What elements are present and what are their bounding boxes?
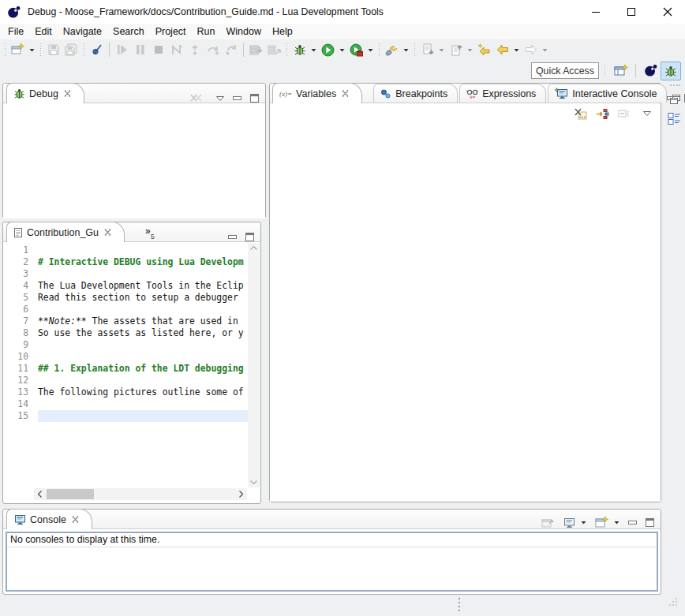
menu-edit[interactable]: Edit <box>29 24 58 39</box>
menu-help[interactable]: Help <box>267 24 298 39</box>
skip-all-breakpoints-button[interactable] <box>88 40 106 59</box>
save-button[interactable] <box>44 40 62 59</box>
show-logical-structures-button[interactable] <box>596 108 609 120</box>
open-perspective-button[interactable] <box>611 62 631 80</box>
resume-button[interactable] <box>113 40 131 59</box>
console-maximize-button[interactable] <box>646 518 654 527</box>
close-button[interactable] <box>649 0 685 24</box>
tab-debug[interactable]: Debug <box>6 83 84 103</box>
tab-console-close-icon[interactable] <box>72 516 79 523</box>
toolbar-separator <box>39 43 42 57</box>
restore-views-button[interactable] <box>669 94 681 105</box>
menu-project[interactable]: Project <box>150 24 192 39</box>
variables-view-content[interactable] <box>270 124 661 502</box>
perspective-drag-handle[interactable] <box>604 64 606 78</box>
back-button[interactable] <box>493 40 511 59</box>
previous-annotation-dropdown[interactable] <box>465 40 475 59</box>
remove-all-terminated-button[interactable] <box>190 94 202 103</box>
display-console-dropdown[interactable] <box>581 521 586 525</box>
back-dropdown[interactable] <box>511 40 522 59</box>
editor-horizontal-scrollbar[interactable] <box>34 488 247 500</box>
debug-perspective-button[interactable] <box>661 62 681 80</box>
status-drag-handle[interactable] <box>459 598 460 611</box>
maximize-button[interactable] <box>614 0 649 24</box>
new-wizard-button[interactable] <box>9 40 27 59</box>
forward-button[interactable] <box>522 40 540 59</box>
show-type-names-button[interactable] <box>574 108 587 120</box>
open-console-dropdown[interactable] <box>614 521 619 525</box>
open-console-button[interactable] <box>595 517 608 528</box>
editor-content[interactable]: 12# Interactive DEBUG using Lua Developm… <box>4 243 248 487</box>
scroll-up-arrow[interactable] <box>248 243 260 253</box>
menu-run[interactable]: Run <box>192 24 221 39</box>
terminate-button[interactable] <box>149 40 167 59</box>
debug-button[interactable] <box>290 40 309 59</box>
menu-navigate[interactable]: Navigate <box>58 24 107 39</box>
use-step-filters-button[interactable] <box>265 40 283 59</box>
editor-line: 14 <box>4 398 248 410</box>
save-all-button[interactable] <box>62 40 80 59</box>
pin-console-button[interactable] <box>541 517 554 528</box>
tab-interactive-console[interactable]: Interactive Console <box>548 84 667 103</box>
toolbar-separator <box>109 43 110 57</box>
editor-vertical-scrollbar[interactable] <box>248 243 260 487</box>
tab-debug-close-icon[interactable] <box>64 90 71 97</box>
side-strip-handle[interactable] <box>669 84 680 87</box>
debug-view-tabrow: Debug <box>3 84 265 103</box>
suspend-button[interactable] <box>131 40 149 59</box>
view-list-button[interactable] <box>668 112 682 125</box>
run-button[interactable] <box>319 40 337 59</box>
external-tools-dropdown[interactable] <box>365 40 376 59</box>
step-over-button[interactable] <box>204 40 222 59</box>
quick-access-input[interactable] <box>531 62 599 79</box>
minimize-button[interactable] <box>578 0 614 24</box>
breakpoints-icon <box>380 88 391 99</box>
perspective-separator <box>635 64 636 78</box>
scroll-left-arrow[interactable] <box>34 489 46 499</box>
collapse-all-button[interactable] <box>618 108 630 119</box>
drop-to-frame-button[interactable] <box>247 40 265 59</box>
search-dropdown[interactable] <box>401 40 411 59</box>
variables-view-menu-button[interactable] <box>643 111 651 116</box>
editor-hscroll-thumb[interactable] <box>47 489 94 499</box>
search-button[interactable] <box>383 40 401 59</box>
hidden-editors-chevron[interactable]: »5 <box>145 226 155 238</box>
tab-breakpoints[interactable]: Breakpoints <box>373 84 458 103</box>
next-annotation-button[interactable] <box>418 40 436 59</box>
menu-file[interactable]: File <box>2 24 29 39</box>
debug-view-menu-button[interactable] <box>216 96 224 101</box>
debug-view-maximize-button[interactable] <box>250 94 259 103</box>
new-wizard-dropdown[interactable] <box>27 40 37 59</box>
previous-annotation-button[interactable] <box>447 40 465 59</box>
last-edit-location-button[interactable] <box>475 40 493 59</box>
editor-maximize-button[interactable] <box>245 233 254 241</box>
console-view: Console <box>2 509 661 595</box>
step-into-button[interactable] <box>185 40 204 59</box>
scroll-right-arrow[interactable] <box>235 489 247 499</box>
console-content[interactable]: No consoles to display at this time. <box>6 532 658 592</box>
disconnect-button[interactable] <box>167 40 185 59</box>
scroll-down-arrow[interactable] <box>248 477 260 487</box>
tab-expressions[interactable]: x= Expressions <box>459 84 546 103</box>
debug-view-minimize-button[interactable] <box>233 96 241 101</box>
tab-editor-close-icon[interactable] <box>104 229 111 236</box>
step-return-button[interactable] <box>222 40 240 59</box>
next-annotation-dropdown[interactable] <box>436 40 447 59</box>
debug-view-content[interactable] <box>3 103 265 218</box>
console-minimize-button[interactable] <box>628 521 637 525</box>
tab-variables-close-icon[interactable] <box>342 90 349 97</box>
tab-contribution-guide[interactable]: Contribution_Gu <box>6 222 125 242</box>
window-resize-grip[interactable] <box>668 596 679 607</box>
toolbar-drag-handle[interactable] <box>4 43 6 57</box>
menu-window[interactable]: Window <box>221 24 267 39</box>
run-dropdown[interactable] <box>337 40 347 59</box>
menu-search[interactable]: Search <box>107 24 150 39</box>
forward-dropdown[interactable] <box>540 40 550 59</box>
editor-minimize-button[interactable] <box>228 235 237 240</box>
lua-perspective-button[interactable] <box>640 62 661 80</box>
external-tools-run-button[interactable] <box>347 40 365 59</box>
display-selected-console-button[interactable] <box>563 517 575 528</box>
debug-dropdown[interactable] <box>309 40 319 59</box>
tab-console[interactable]: Console <box>6 509 92 529</box>
tab-variables[interactable]: (x)= Variables <box>272 83 362 103</box>
